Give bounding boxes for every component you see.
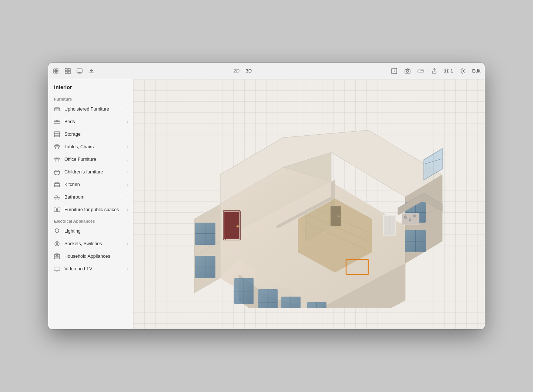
kitchen-icon [53,181,61,188]
household-label: Household Appliances [64,254,123,259]
sidebar-item-beds[interactable]: Beds › [48,115,133,128]
svg-rect-1 [56,69,58,71]
beds-label: Beds [64,119,123,124]
svg-rect-8 [77,69,82,72]
svg-point-120 [404,216,407,219]
storage-label: Storage [64,132,123,137]
svg-rect-23 [54,109,55,111]
svg-rect-124 [384,216,395,235]
svg-point-20 [462,70,463,72]
children-icon [53,168,61,176]
home-icon[interactable] [53,68,59,74]
svg-point-62 [56,256,58,258]
bathroom-arrow: › [127,195,128,199]
sockets-icon [53,240,61,247]
grid-icon[interactable] [64,68,71,74]
video-tv-arrow: › [127,267,128,271]
sidebar-item-bathroom[interactable]: Bathroom › [48,191,133,203]
childrens-arrow: › [127,170,128,174]
table-icon [53,143,61,151]
svg-point-121 [409,219,411,221]
svg-rect-65 [54,267,60,271]
svg-point-63 [57,256,57,257]
sidebar-item-upholstered[interactable]: Upholstered Furniture › [48,103,133,115]
public-icon [53,206,61,213]
svg-rect-41 [56,157,58,158]
svg-rect-61 [54,254,60,259]
svg-rect-7 [68,71,70,74]
measure-icon[interactable] [417,67,425,75]
bed-icon [53,118,61,125]
sidebar-item-public[interactable]: Furniture for public spaces › [48,203,133,216]
main-view[interactable] [133,79,485,329]
fit-screen-icon[interactable] [390,67,398,75]
svg-rect-3 [56,71,58,73]
childrens-label: Children's furniture [64,169,123,175]
svg-rect-111 [225,212,239,239]
floor-plan-3d [133,79,485,329]
view-2d-button[interactable]: 2D [231,67,242,74]
sidebar-item-lighting[interactable]: Lighting › [48,225,133,237]
office-icon [53,156,61,163]
edit-button[interactable]: Edit [472,68,480,74]
public-arrow: › [127,207,128,212]
beds-arrow: › [127,119,128,124]
svg-rect-11 [392,68,397,74]
sidebar-item-storage[interactable]: Storage › [48,128,133,141]
content-area: Interior Furniture Upholstered Furniture… [48,79,485,329]
monitor-icon[interactable] [76,68,83,74]
section-label-electrical: Electrical Appliances [48,216,133,225]
storage-icon [53,131,61,138]
bathroom-label: Bathroom [64,195,123,200]
lighting-icon [53,227,61,235]
view-3d-button[interactable]: 3D [243,67,254,74]
sidebar-item-sockets[interactable]: Sockets, Switches › [48,237,133,250]
upload-icon[interactable] [88,68,95,74]
camera-icon[interactable] [404,67,411,75]
bathroom-icon [53,193,61,201]
upholstered-label: Upholstered Furniture [64,107,123,112]
office-label: Office Furniture [64,157,123,162]
lighting-arrow: › [127,229,128,233]
sidebar-item-office[interactable]: Office Furniture › [48,153,133,166]
sockets-arrow: › [127,241,128,246]
section-label-furniture: Furniture [48,94,133,103]
sidebar-title: Interior [48,82,133,94]
svg-rect-49 [54,197,60,199]
upholstered-arrow: › [127,107,128,111]
share-icon[interactable] [430,67,438,75]
layer-count: 1 [450,68,453,74]
svg-rect-5 [68,68,70,71]
svg-rect-0 [54,69,56,71]
sidebar-item-childrens[interactable]: Children's furniture › [48,166,133,178]
settings-icon[interactable] [459,67,466,75]
svg-rect-52 [54,208,56,212]
svg-rect-54 [56,209,58,212]
sidebar-item-household[interactable]: Household Appliances › [48,250,133,263]
view-toggle: 2D 3D [231,67,254,74]
svg-point-122 [413,215,416,217]
layer-info[interactable]: 1 [444,68,453,74]
sockets-label: Sockets, Switches [64,241,123,246]
svg-point-112 [237,225,239,227]
public-label: Furniture for public spaces [64,207,123,212]
toolbar: 2D 3D [48,63,485,79]
video-tv-label: Video and TV [64,266,123,271]
svg-rect-6 [65,71,67,74]
tv-icon [53,265,61,273]
sidebar: Interior Furniture Upholstered Furniture… [48,79,133,329]
sidebar-item-video-tv[interactable]: Video and TV › [48,263,133,275]
sofa-icon [53,105,61,113]
kitchen-label: Kitchen [64,182,123,187]
storage-arrow: › [127,132,128,136]
tables-chairs-arrow: › [127,145,128,149]
household-icon [53,253,61,260]
tables-chairs-label: Tables, Chairs [64,144,123,149]
office-arrow: › [127,157,128,162]
sidebar-item-tables-chairs[interactable]: Tables, Chairs › [48,141,133,153]
sidebar-item-kitchen[interactable]: Kitchen › [48,178,133,191]
app-window: 2D 3D [48,63,485,329]
svg-rect-2 [54,71,56,73]
svg-rect-4 [65,68,67,71]
svg-rect-37 [56,145,58,146]
